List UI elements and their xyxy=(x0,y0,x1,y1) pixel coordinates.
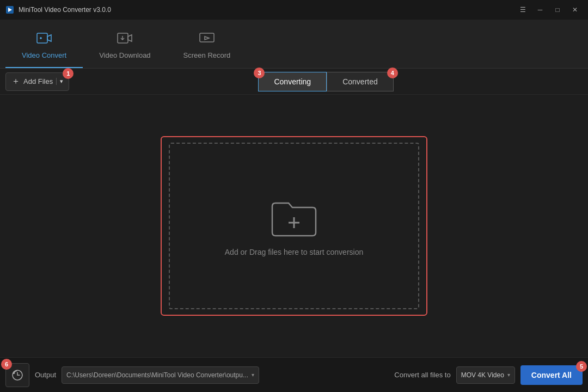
format-select-arrow-icon: ▾ xyxy=(507,372,510,378)
titlebar-left: MiniTool Video Converter v3.0.0 xyxy=(5,5,111,14)
minimize-button[interactable]: ─ xyxy=(532,4,548,16)
badge-3: 3 xyxy=(254,68,265,78)
plus-icon: ＋ xyxy=(11,76,20,87)
menu-button[interactable]: ☰ xyxy=(515,4,530,16)
screen-record-icon xyxy=(199,32,215,48)
add-files-button[interactable]: ＋ Add Files ▾ xyxy=(5,72,69,91)
output-label: Output xyxy=(35,371,56,379)
format-select[interactable]: MOV 4K Video ▾ xyxy=(456,366,515,384)
badge-1: 1 xyxy=(63,68,74,79)
convert-all-button[interactable]: Convert All xyxy=(520,365,583,385)
output-path-text: C:\Users\Doreen\Documents\MiniTool Video… xyxy=(66,371,248,379)
tab-video-convert[interactable]: Video Convert xyxy=(5,24,83,68)
subtab-converted[interactable]: Converted xyxy=(327,72,394,91)
app-title: MiniTool Video Converter v3.0.0 xyxy=(19,6,111,14)
titlebar-controls: ☰ ─ □ ✕ xyxy=(515,4,583,16)
dropdown-arrow-icon: ▾ xyxy=(56,78,63,85)
nav-tabs: Video Convert Video Download Screen Reco… xyxy=(0,20,588,69)
tab-video-convert-label: Video Convert xyxy=(22,51,66,59)
tab-video-download-label: Video Download xyxy=(99,51,150,59)
subtab-bar: ＋ Add Files ▾ 1 3 Converting Converted 4 xyxy=(0,69,588,95)
svg-rect-2 xyxy=(37,33,47,43)
app-icon xyxy=(5,5,14,14)
folder-icon xyxy=(270,195,318,239)
main-content: 2 Add or Drag files here to start conver… xyxy=(0,95,588,357)
output-path-arrow-icon[interactable]: ▾ xyxy=(252,372,254,378)
convert-all-files-label: Convert all files to xyxy=(394,371,450,379)
tab-video-download[interactable]: Video Download xyxy=(83,24,167,68)
output-path-input[interactable]: C:\Users\Doreen\Documents\MiniTool Video… xyxy=(62,366,259,384)
drop-zone-outer[interactable]: Add or Drag files here to start conversi… xyxy=(161,136,427,316)
drop-text: Add or Drag files here to start conversi… xyxy=(225,248,363,256)
convert-all-btn-wrap: 5 Convert All xyxy=(520,365,583,385)
subtab-converting[interactable]: Converting xyxy=(258,72,327,91)
titlebar: MiniTool Video Converter v3.0.0 ☰ ─ □ ✕ xyxy=(0,0,588,20)
badge-4: 4 xyxy=(387,68,398,78)
close-button[interactable]: ✕ xyxy=(567,4,583,16)
tab-screen-record-label: Screen Record xyxy=(183,51,231,59)
drop-zone-inner: Add or Drag files here to start conversi… xyxy=(169,143,419,309)
tab-screen-record[interactable]: Screen Record xyxy=(167,24,247,68)
history-btn-wrap: 6 xyxy=(5,363,29,387)
add-files-label: Add Files xyxy=(23,77,53,85)
bottom-bar: 6 Output C:\Users\Doreen\Documents\MiniT… xyxy=(0,357,588,392)
maximize-button[interactable]: □ xyxy=(550,4,565,16)
video-download-icon xyxy=(117,32,132,48)
video-convert-icon xyxy=(36,32,52,48)
format-select-text: MOV 4K Video xyxy=(461,371,504,379)
badge-5: 5 xyxy=(576,361,587,372)
badge-6: 6 xyxy=(1,359,12,370)
